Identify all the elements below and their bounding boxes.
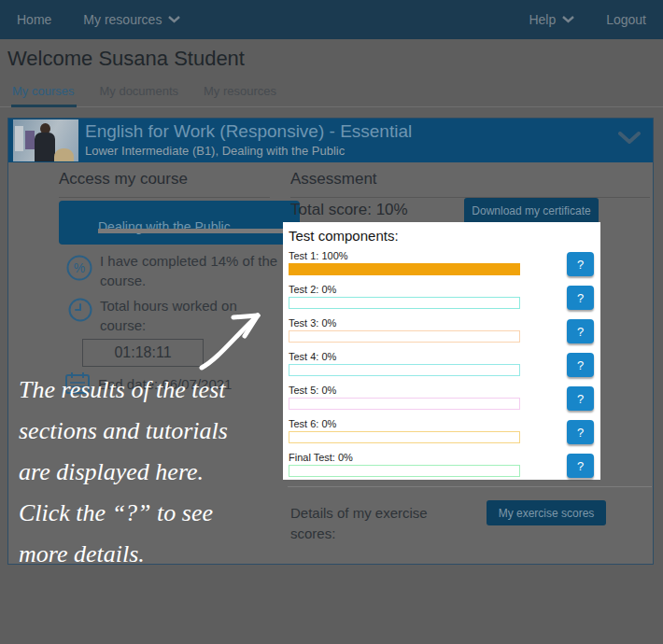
test-row: Final Test: 0% ?	[289, 452, 597, 478]
nav-my-resources[interactable]: My resources	[83, 12, 180, 27]
chevron-down-icon[interactable]	[618, 132, 641, 146]
test-components-title: Test components:	[289, 228, 597, 244]
test-components-popup: Test components: Test 1: 100% ? Test 2: …	[283, 222, 600, 480]
help-question-button[interactable]: ?	[567, 319, 594, 343]
tab-bar: My courses My documents My resources	[12, 84, 276, 98]
course-unit-button[interactable]: Dealing with the Public	[59, 201, 300, 245]
test-label: Test 5: 0%	[289, 385, 597, 396]
total-score-text: Total score: 10%	[290, 201, 408, 219]
tab-my-courses[interactable]: My courses	[12, 84, 74, 98]
access-course-heading: Access my course	[59, 170, 270, 198]
nav-help[interactable]: Help	[529, 12, 574, 27]
course-subtitle: Lower Intermediate (B1), Dealing with th…	[85, 144, 345, 158]
tab-my-resources[interactable]: My resources	[204, 84, 276, 98]
exercise-scores-label: Details of my exercise scores:	[290, 503, 440, 544]
test-label: Test 3: 0%	[289, 317, 597, 329]
annotation-line: sections and tutorials	[19, 411, 228, 452]
thumbnail-shape	[35, 133, 55, 161]
clock-icon	[68, 298, 92, 322]
help-question-button[interactable]: ?	[567, 286, 594, 310]
thumbnail-shape	[54, 148, 74, 161]
test-row: Test 4: 0% ?	[289, 351, 597, 377]
test-progress-fill	[289, 264, 519, 274]
help-question-button[interactable]: ?	[567, 420, 594, 444]
tab-divider	[0, 106, 663, 107]
page: Home My resources Help Logout Welcome Su…	[0, 0, 663, 644]
tab-my-documents[interactable]: My documents	[99, 84, 178, 98]
test-label: Test 2: 0%	[289, 284, 597, 295]
top-navbar: Home My resources Help Logout	[0, 0, 663, 39]
test-row: Test 6: 0% ?	[289, 418, 597, 444]
test-row: Test 3: 0% ?	[289, 317, 597, 343]
download-certificate-button[interactable]: Download my certificate	[464, 198, 599, 224]
test-row: Test 2: 0% ?	[289, 284, 597, 310]
test-progress-bar	[289, 330, 520, 343]
course-progress-track	[98, 229, 287, 233]
help-question-button[interactable]: ?	[567, 454, 594, 478]
nav-my-resources-label: My resources	[83, 12, 162, 27]
chevron-down-icon	[562, 16, 574, 23]
nav-home[interactable]: Home	[17, 12, 51, 27]
test-progress-bar	[289, 431, 520, 443]
active-tab-underline	[11, 105, 77, 107]
annotation-arrow	[185, 301, 278, 379]
percent-icon: %	[66, 255, 92, 281]
completed-text: I have completed 14% of the course.	[100, 251, 285, 291]
test-row: Test 1: 100% ?	[289, 250, 597, 276]
test-row: Test 5: 0% ?	[289, 385, 597, 411]
annotation-line: Click the “?” to see	[19, 493, 228, 534]
my-exercise-scores-button[interactable]: My exercise scores	[487, 500, 606, 525]
thumbnail-shape	[15, 126, 23, 151]
nav-home-label: Home	[17, 12, 51, 27]
test-label: Test 6: 0%	[289, 418, 597, 429]
assessment-heading: Assessment	[290, 170, 650, 198]
annotation-line: more details.	[19, 534, 228, 575]
help-question-button[interactable]: ?	[567, 386, 594, 411]
help-question-button[interactable]: ?	[567, 252, 594, 276]
course-title: English for Work (Responsive) - Essentia…	[85, 121, 412, 142]
chevron-down-icon	[168, 16, 180, 23]
test-progress-bar	[289, 364, 520, 376]
test-progress-bar	[289, 465, 520, 477]
test-progress-bar	[289, 263, 520, 275]
test-label: Final Test: 0%	[289, 452, 597, 463]
test-progress-bar	[289, 297, 520, 309]
nav-help-label: Help	[529, 12, 556, 27]
annotation-line: are displayed here.	[19, 452, 228, 493]
test-progress-bar	[289, 398, 520, 410]
nav-logout-label: Logout	[606, 12, 646, 27]
assessment-divider	[288, 486, 652, 487]
navbar-left: Home My resources	[17, 12, 180, 27]
navbar-right: Help Logout	[529, 12, 646, 27]
test-label: Test 1: 100%	[289, 250, 597, 261]
page-title: Welcome Susana Student	[7, 47, 245, 71]
course-header[interactable]: English for Work (Responsive) - Essentia…	[8, 119, 653, 162]
test-label: Test 4: 0%	[289, 351, 597, 362]
help-question-button[interactable]: ?	[567, 353, 594, 377]
thumbnail-shape	[25, 131, 35, 149]
svg-text:%: %	[74, 260, 85, 275]
course-thumbnail	[13, 119, 78, 161]
annotation-text: The results of the test sections and tut…	[19, 370, 228, 575]
nav-logout[interactable]: Logout	[606, 12, 646, 27]
